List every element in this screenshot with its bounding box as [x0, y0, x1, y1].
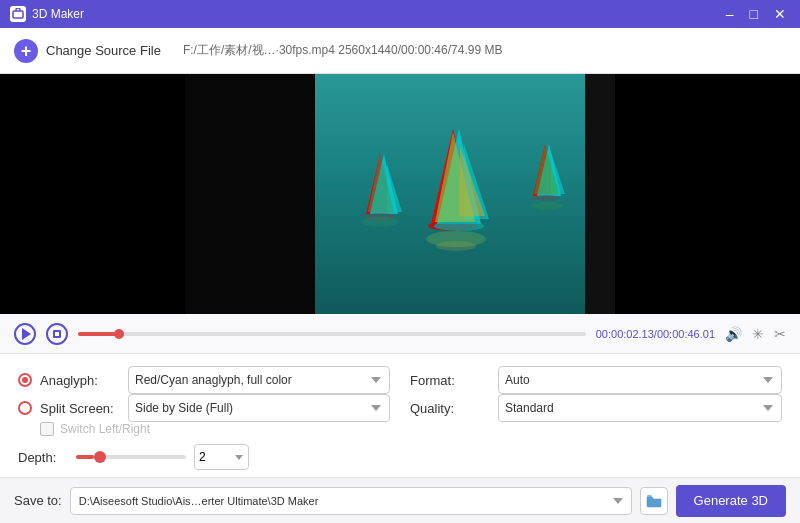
- split-screen-radio[interactable]: [18, 401, 32, 415]
- split-screen-row: Split Screen: Side by Side (Full) Side b…: [18, 394, 390, 422]
- playback-bar: 00:00:02.13/00:00:46.01 🔊 ✳ ✂: [0, 314, 800, 354]
- anaglyph-select[interactable]: Red/Cyan anaglyph, full color Red/Cyan a…: [128, 366, 390, 394]
- maximize-button[interactable]: □: [746, 7, 762, 21]
- depth-slider[interactable]: [76, 455, 186, 459]
- svg-rect-29: [585, 74, 615, 314]
- stop-icon: [53, 330, 61, 338]
- video-preview: [185, 74, 615, 314]
- change-source-button[interactable]: + Change Source File: [14, 39, 161, 63]
- switch-lr-checkbox[interactable]: [40, 422, 54, 436]
- anaglyph-label: Anaglyph:: [40, 373, 120, 388]
- anaglyph-row: Anaglyph: Red/Cyan anaglyph, full color …: [18, 366, 390, 394]
- format-select[interactable]: Auto MP4 MKV AVI: [498, 366, 782, 394]
- progress-track[interactable]: [78, 332, 586, 336]
- close-button[interactable]: ✕: [770, 7, 790, 21]
- time-display: 00:00:02.13/00:00:46.01: [596, 328, 715, 340]
- format-label: Format:: [410, 373, 490, 388]
- change-source-label: Change Source File: [46, 43, 161, 58]
- svg-rect-0: [13, 11, 23, 18]
- cut-icon[interactable]: ✂: [774, 326, 786, 342]
- depth-thumb: [94, 451, 106, 463]
- save-path-select[interactable]: D:\Aiseesoft Studio\Ais…erter Ultimate\3…: [70, 487, 632, 515]
- split-screen-label: Split Screen:: [40, 401, 120, 416]
- bottom-bar: Save to: D:\Aiseesoft Studio\Ais…erter U…: [0, 477, 800, 523]
- svg-rect-28: [185, 74, 315, 314]
- quality-select[interactable]: Standard High Low: [498, 394, 782, 422]
- svg-point-27: [531, 202, 563, 210]
- app-title: 3D Maker: [32, 7, 84, 21]
- depth-select[interactable]: 1 2 3 4 5: [194, 444, 249, 470]
- save-to-label: Save to:: [14, 493, 62, 508]
- quality-label: Quality:: [410, 401, 490, 416]
- stop-button[interactable]: [46, 323, 68, 345]
- generate-3d-button[interactable]: Generate 3D: [676, 485, 786, 517]
- depth-label: Depth:: [18, 450, 68, 465]
- plus-icon: +: [14, 39, 38, 63]
- title-bar: 3D Maker – □ ✕: [0, 0, 800, 28]
- format-row: Format: Auto MP4 MKV AVI: [410, 366, 782, 394]
- minimize-button[interactable]: –: [722, 7, 738, 21]
- switch-lr-label: Switch Left/Right: [60, 422, 150, 436]
- volume-icon[interactable]: 🔊: [725, 326, 742, 342]
- progress-thumb: [114, 329, 124, 339]
- split-screen-select[interactable]: Side by Side (Full) Side by Side (Half) …: [128, 394, 390, 422]
- play-icon: [22, 328, 31, 340]
- settings-right: Format: Auto MP4 MKV AVI Quality: Standa…: [410, 366, 782, 470]
- toolbar: + Change Source File F:/工作/素材/视…·30fps.m…: [0, 28, 800, 74]
- title-bar-left: 3D Maker: [10, 6, 84, 22]
- folder-browse-button[interactable]: [640, 487, 668, 515]
- switch-lr-row: Switch Left/Right: [18, 422, 390, 436]
- svg-point-9: [434, 221, 484, 231]
- playback-icons: 🔊 ✳ ✂: [725, 326, 786, 342]
- depth-fill: [76, 455, 94, 459]
- quality-row: Quality: Standard High Low: [410, 394, 782, 422]
- file-info: F:/工作/素材/视…·30fps.mp4 2560x1440/00:00:46…: [183, 42, 503, 59]
- svg-point-25: [436, 241, 476, 251]
- progress-fill: [78, 332, 119, 336]
- settings-left: Anaglyph: Red/Cyan anaglyph, full color …: [18, 366, 390, 470]
- svg-point-23: [531, 195, 559, 201]
- window-controls: – □ ✕: [722, 7, 790, 21]
- settings-area: Anaglyph: Red/Cyan anaglyph, full color …: [0, 354, 800, 480]
- svg-point-26: [362, 217, 398, 227]
- play-button[interactable]: [14, 323, 36, 345]
- depth-row: Depth: 1 2 3 4 5: [18, 444, 390, 470]
- anaglyph-radio[interactable]: [18, 373, 32, 387]
- settings-icon[interactable]: ✳: [752, 326, 764, 342]
- video-area: [0, 74, 800, 314]
- app-icon: [10, 6, 26, 22]
